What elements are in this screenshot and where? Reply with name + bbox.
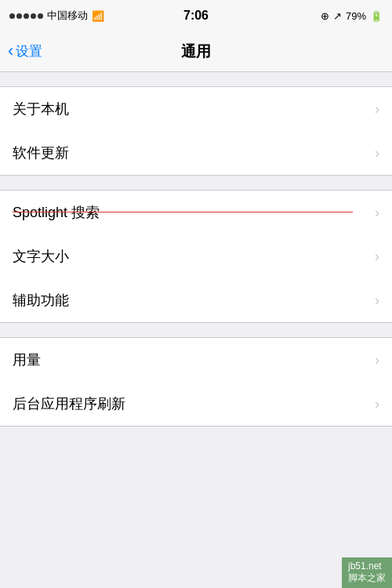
nav-bar: ‹ 设置 通用 [0, 31, 392, 72]
accessibility-label: 辅助功能 [13, 291, 69, 310]
back-chevron-icon: ‹ [8, 42, 13, 60]
list-container-1: 关于本机 › 软件更新 › [0, 86, 392, 176]
status-bar: 中国移动 📶 7:06 ⊕ ↗ 79% 🔋 [0, 0, 392, 31]
status-right: ⊕ ↗ 79% 🔋 [321, 10, 383, 22]
wifi-icon: 📶 [92, 10, 104, 22]
list-container-3: 用量 › 后台应用程序刷新 › [0, 337, 392, 426]
status-time: 7:06 [183, 9, 209, 23]
battery-icon: 🔋 [370, 10, 383, 22]
spotlight-label: Spotlight 搜索 [13, 203, 100, 222]
background-refresh-label: 后台应用程序刷新 [13, 394, 125, 413]
section-group-3: 用量 › 后台应用程序刷新 › [0, 337, 392, 426]
gps-icon: ⊕ [321, 10, 329, 22]
about-label: 关于本机 [13, 100, 69, 118]
battery-percent: 79% [346, 10, 366, 22]
software-update-label: 软件更新 [13, 143, 69, 162]
carrier-label: 中国移动 [47, 9, 88, 23]
text-size-label: 文字大小 [13, 247, 69, 266]
status-left: 中国移动 📶 [9, 9, 104, 23]
list-item-spotlight[interactable]: Spotlight 搜索 › [0, 191, 392, 234]
list-item-usage[interactable]: 用量 › [0, 338, 392, 382]
list-item-background-refresh[interactable]: 后台应用程序刷新 › [0, 382, 392, 426]
watermark: jb51.net 脚本之家 [342, 557, 392, 588]
section-group-1: 关于本机 › 软件更新 › [0, 86, 392, 176]
signal-icon [9, 13, 43, 19]
back-button[interactable]: ‹ 设置 [8, 42, 42, 60]
chevron-icon: › [375, 292, 379, 309]
page-title: 通用 [181, 42, 211, 62]
chevron-icon: › [375, 145, 379, 162]
usage-label: 用量 [13, 350, 41, 369]
back-label: 设置 [16, 42, 42, 60]
list-container-2: Spotlight 搜索 › 文字大小 › 辅助功能 › [0, 190, 392, 323]
watermark-name: 脚本之家 [348, 572, 386, 585]
list-item-text-size[interactable]: 文字大小 › [0, 234, 392, 278]
watermark-site: jb51.net [348, 561, 386, 572]
section-group-2: Spotlight 搜索 › 文字大小 › 辅助功能 › [0, 190, 392, 323]
list-item-software-update[interactable]: 软件更新 › [0, 131, 392, 175]
chevron-icon: › [375, 352, 379, 368]
chevron-icon: › [375, 101, 379, 118]
direction-icon: ↗ [333, 10, 342, 22]
list-item-about[interactable]: 关于本机 › [0, 87, 392, 131]
chevron-icon: › [375, 249, 379, 265]
list-item-accessibility[interactable]: 辅助功能 › [0, 278, 392, 322]
chevron-icon: › [375, 205, 379, 221]
chevron-icon: › [375, 396, 379, 412]
